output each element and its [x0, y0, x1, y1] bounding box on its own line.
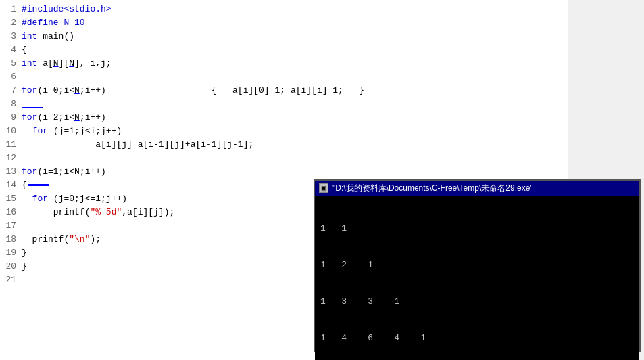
code-line-11: 11 a[i][j]=a[i-1][j]+a[i-1][j-1];: [0, 138, 568, 152]
code-line-4: 4 {: [0, 43, 568, 57]
terminal-title: "D:\我的资料库\Documents\C-Free\Temp\未命名29.ex…: [332, 183, 533, 194]
code-line-10: 10 for (j=1;j<i;j++): [0, 125, 568, 138]
code-line-3: 3 int main(): [0, 30, 568, 43]
code-line-9: 9 for(i=2;i<N;i++): [0, 111, 568, 125]
terminal-titlebar: ▣ "D:\我的资料库\Documents\C-Free\Temp\未命名29.…: [315, 181, 639, 196]
terminal-window: ▣ "D:\我的资料库\Documents\C-Free\Temp\未命名29.…: [314, 179, 641, 352]
terminal-content: 1 1 1 2 1 1 3 3 1 1 4 6 4 1 1 5 10 10 5 …: [315, 196, 639, 360]
code-line-5: 5 int a[N][N], i,j;: [0, 57, 568, 70]
terminal-row-3: 1 3 3 1: [320, 296, 634, 308]
code-line-7: 7 for(i=0;i<N;i++) { a[i][0]=1; a[i][i]=…: [0, 84, 568, 97]
terminal-row-4: 1 4 6 4 1: [320, 332, 634, 344]
code-line-2: 2 #define N 10: [0, 16, 568, 30]
code-line-1: 1 #include<stdio.h>: [0, 3, 568, 16]
terminal-icon: ▣: [319, 183, 328, 193]
code-line-6: 6: [0, 70, 568, 84]
code-line-8: 8 ____: [0, 97, 568, 111]
terminal-row-1: 1 1: [320, 223, 634, 235]
code-line-13: 13 for(i=1;i<N;i++): [0, 165, 568, 179]
terminal-row-2: 1 2 1: [320, 259, 634, 271]
code-line-12: 12: [0, 152, 568, 165]
